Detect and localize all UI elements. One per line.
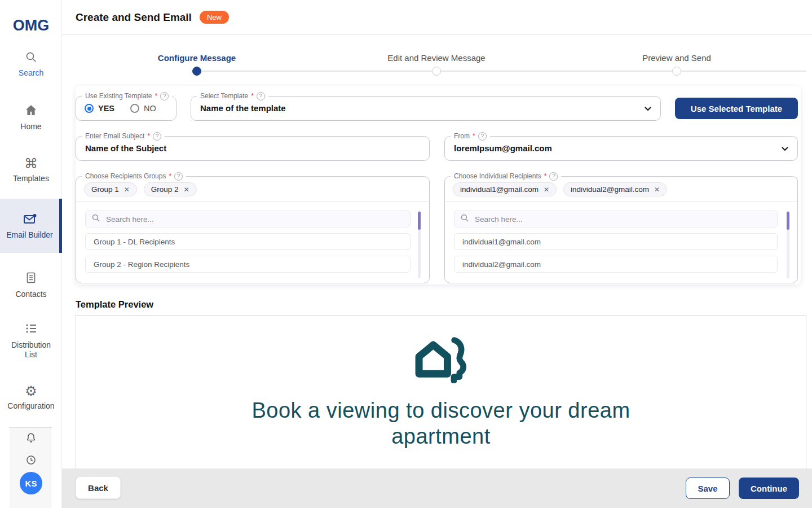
search-icon [460,213,469,225]
gear-icon: ⚙ [25,384,37,398]
individual-option-1[interactable]: individual1@gmail.com [454,233,778,250]
chip-label: individual1@gmail.com [460,185,539,194]
stepper-line [197,71,806,72]
chip-label: individual2@gmail.com [571,185,649,194]
field-label: Select Template * ? [197,91,268,101]
email-subject-field[interactable]: Enter Email Subject * ? Name of the Subj… [76,136,430,161]
template-logo-icon [413,336,469,383]
radio-yes-circle[interactable] [85,104,94,113]
step-preview-send[interactable]: Preview and Send [642,53,711,63]
panel-divider [76,202,429,202]
avatar[interactable]: KS [20,472,42,494]
groups-search-input[interactable] [105,214,404,224]
help-icon[interactable]: ? [160,92,169,100]
individuals-scrollbar[interactable] [787,211,789,278]
configure-message-card: Use Existing Template * ? YES NO Select … [76,86,801,284]
help-icon[interactable]: ? [257,92,265,100]
individuals-scrollbar-thumb[interactable] [787,212,789,230]
radio-no-label: NO [144,104,156,113]
history-button[interactable] [0,454,62,468]
field-label: Use Existing Template * ? [82,91,172,101]
radio-no[interactable]: NO [130,104,156,113]
radio-yes[interactable]: YES [85,104,114,113]
field-label-text: Choose Individual Recipients [454,172,541,181]
template-preview: Book a viewing to discover your dream ap… [76,315,806,470]
field-label-text: Select Template [200,91,248,101]
sidebar-item-email-builder[interactable]: Email Builder [0,199,62,253]
notifications-button[interactable] [0,432,62,446]
field-label-text: Enter Email Subject [85,132,144,141]
chip-individual-1[interactable]: individual1@gmail.com ✕ [453,182,557,196]
group-option-1[interactable]: Group 1 - DL Recipients [85,233,411,250]
template-preview-heading: Template Preview [76,299,153,310]
required-asterisk: * [544,172,547,181]
close-icon[interactable]: ✕ [124,186,130,194]
select-template-dropdown[interactable]: Select Template * ? Name of the template [191,96,661,121]
individuals-search[interactable] [454,211,778,227]
field-label: From * ? [451,132,490,141]
help-icon[interactable]: ? [153,132,161,141]
clock-icon [25,454,37,468]
chip-individual-2[interactable]: individual2@gmail.com ✕ [563,182,667,196]
chip-group-1[interactable]: Group 1 ✕ [84,182,137,196]
chevron-down-icon[interactable] [780,144,789,156]
help-icon[interactable]: ? [478,132,487,141]
individuals-search-input[interactable] [474,214,771,224]
sidebar-item-home[interactable]: Home [0,103,62,132]
groups-scrollbar[interactable] [418,211,421,278]
step-edit-review[interactable]: Edit and Review Message [387,53,485,63]
individual-option-2[interactable]: individual2@gmail.com [454,256,778,273]
selected-individuals-chips: individual1@gmail.com ✕ individual2@gmai… [453,182,667,196]
field-label-text: Use Existing Template [85,91,152,101]
sidebar-item-search[interactable]: Search [0,51,62,78]
help-icon[interactable]: ? [549,172,558,181]
field-label-text: From [454,132,470,141]
required-asterisk: * [473,132,475,141]
chip-group-2[interactable]: Group 2 ✕ [144,182,197,196]
help-icon[interactable]: ? [174,172,183,181]
close-icon[interactable]: ✕ [184,186,189,194]
close-icon[interactable]: ✕ [654,186,660,194]
sidebar-item-label: Search [6,68,56,78]
from-dropdown[interactable]: From * ? loremIpsum@gmail.com [444,136,798,161]
selected-groups-chips: Group 1 ✕ Group 2 ✕ [84,182,197,196]
use-selected-template-button[interactable]: Use Selected Template [675,98,798,119]
step-dot-edit-review[interactable] [432,67,441,76]
radio-no-circle[interactable] [130,104,139,113]
groups-scrollbar-thumb[interactable] [418,212,421,230]
chip-label: Group 2 [151,185,179,194]
group-option-2[interactable]: Group 2 - Region Recipients [85,256,411,273]
save-button[interactable]: Save [686,478,730,499]
individual-recipients-panel: Choose Individual Recipients * ? individ… [444,176,798,283]
home-icon [24,103,38,119]
sidebar-item-label: Email Builder [5,230,55,240]
list-icon [24,322,38,337]
radio-yes-label: YES [98,104,114,113]
sidebar-item-label: Distribution List [6,340,56,360]
sidebar-item-distribution-list[interactable]: Distribution List [0,322,62,360]
sidebar-item-templates[interactable]: ⌘ Templates [0,157,62,183]
step-configure-message[interactable]: Configure Message [158,53,236,63]
step-dot-configure[interactable] [192,67,201,76]
continue-button[interactable]: Continue [739,478,799,499]
step-dot-preview-send[interactable] [672,67,681,76]
field-label: Choose Individual Recipients * ? [451,172,561,181]
groups-search[interactable] [85,211,411,227]
panel-divider [445,202,797,202]
stepper: Configure Message Edit and Review Messag… [62,35,812,86]
footer-bar: Back Save Continue [62,468,812,508]
required-asterisk: * [251,91,254,101]
sidebar-item-label: Contacts [6,290,56,299]
sidebar-item-configuration[interactable]: ⚙ Configuration [0,384,62,411]
omg-logo: OMG [0,17,62,34]
back-button[interactable]: Back [76,476,121,499]
sidebar-item-contacts[interactable]: Contacts [0,271,62,299]
recipients-groups-panel: Choose Recipients Groups * ? Group 1 ✕ G… [76,176,430,283]
contacts-icon [24,271,38,286]
bell-icon [25,432,37,446]
close-icon[interactable]: ✕ [544,186,549,194]
required-asterisk: * [169,172,171,181]
chevron-down-icon[interactable] [643,104,652,116]
command-icon: ⌘ [24,157,38,170]
sidebar-item-label: Home [6,122,56,132]
